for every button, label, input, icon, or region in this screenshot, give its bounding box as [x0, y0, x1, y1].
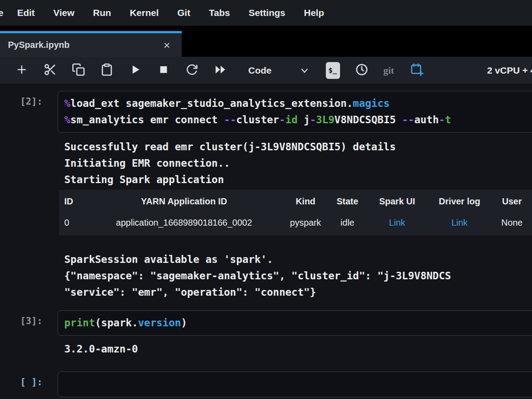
clipboard-icon [100, 63, 113, 78]
output-line: SparkSession available as 'spark'. [64, 251, 532, 268]
output-line: {"namespace": "sagemaker-analytics", "cl… [64, 268, 532, 284]
menu-item-git[interactable]: Git [168, 8, 200, 18]
code-line: print(spark.version) [64, 315, 532, 331]
stop-kernel-button[interactable] [157, 63, 170, 78]
kernel-instance-button[interactable]: 2 vCPU + 4 [487, 65, 532, 76]
col-header-state: State [328, 190, 367, 209]
stop-icon [157, 63, 170, 78]
tab-title: PySpark.ipynb [8, 40, 160, 50]
copy-icon [72, 63, 85, 78]
output-line: "service": "emr", "operation": "connect"… [64, 284, 532, 301]
col-header-yarn-application-id: YARN Application ID [85, 190, 283, 209]
menu-item-edit[interactable]: Edit [8, 8, 44, 18]
clock-icon [355, 63, 368, 78]
run-cell-button[interactable] [129, 63, 142, 78]
cell-kind: pyspark [283, 209, 328, 235]
scissors-icon [43, 63, 57, 78]
col-header-user: User [492, 190, 532, 209]
cell-3-prompt: [3]: [0, 310, 58, 336]
cell-state: idle [328, 209, 367, 235]
cell-3-output: 3.2.0-amzn-0 [58, 336, 532, 357]
cell-user: None [492, 209, 532, 235]
cell-3-editor[interactable]: print(spark.version) [58, 310, 532, 336]
col-header-driver-log: Driver log [427, 190, 492, 209]
notebook-toolbar: Code $_ git 2 vCPU + 4 [0, 57, 532, 84]
add-cell-button[interactable] [15, 63, 28, 78]
menubar-divider [0, 26, 532, 31]
restart-icon [186, 63, 198, 78]
restart-run-all-button[interactable] [214, 63, 227, 78]
terminal-icon[interactable]: $_ [326, 62, 340, 79]
code-cell-3: [3]: print(spark.version) [0, 310, 532, 336]
chevron-down-icon [299, 65, 310, 76]
play-icon [129, 63, 141, 78]
col-header-id: ID [59, 190, 85, 209]
session-history-button[interactable] [355, 63, 368, 78]
notebook-panel: [2]: %load_ext sagemaker_studio_analytic… [0, 84, 532, 399]
driver-log-link[interactable]: Link [427, 209, 492, 235]
col-header-spark-ui: Spark UI [367, 190, 427, 209]
output-line: 3.2.0-amzn-0 [64, 341, 532, 357]
output-line: Successfully read emr cluster(j-3L9V8NDC… [64, 139, 532, 155]
menu-item-run[interactable]: Run [84, 8, 121, 18]
cell-2-prompt: [2]: [0, 91, 58, 133]
empty-cell-prompt: [ ]: [0, 372, 58, 397]
paste-cells-button[interactable] [100, 63, 113, 78]
git-icon[interactable]: git [383, 65, 394, 76]
menu-item-help[interactable]: Help [295, 8, 334, 18]
tab-pyspark-notebook[interactable]: PySpark.ipynb × [0, 31, 182, 57]
cell-yarn-application-id: application_1668989018166_0002 [85, 209, 283, 235]
close-icon[interactable]: × [160, 39, 174, 51]
cell-id: 0 [59, 209, 85, 235]
empty-code-cell: [ ]: [0, 372, 532, 397]
menu-item-file-partial[interactable]: e [0, 8, 8, 18]
copy-cells-button[interactable] [72, 63, 85, 78]
output-line: Starting Spark application [64, 172, 532, 188]
cell-2-editor[interactable]: %load_ext sagemaker_studio_analytics_ext… [58, 91, 532, 133]
table-row: 0 application_1668989018166_0002 pyspark… [59, 209, 532, 235]
empty-cell-editor[interactable] [58, 372, 532, 397]
restart-kernel-button[interactable] [185, 63, 199, 78]
jupyterlab-app: e Edit View Run Kernel Git Tabs Settings… [0, 0, 532, 399]
output-line: Initiating EMR connection.. [64, 155, 532, 172]
plus-icon [16, 63, 28, 78]
menu-item-settings[interactable]: Settings [239, 8, 295, 18]
code-line: %sm_analytics emr connect --cluster-id j… [64, 112, 532, 128]
code-cell-2: [2]: %load_ext sagemaker_studio_analytic… [0, 91, 532, 133]
menu-bar: e Edit View Run Kernel Git Tabs Settings… [0, 0, 532, 26]
create-schedule-button[interactable] [410, 63, 423, 78]
col-header-kind: Kind [283, 190, 328, 209]
cell-type-label: Code [248, 65, 272, 76]
fast-forward-icon [214, 63, 227, 78]
cell-type-dropdown[interactable]: Code [248, 65, 326, 76]
spark-ui-link[interactable]: Link [367, 209, 427, 235]
menu-item-tabs[interactable]: Tabs [200, 8, 239, 18]
table-header-row: ID YARN Application ID Kind State Spark … [59, 190, 532, 209]
menu-item-kernel[interactable]: Kernel [121, 8, 168, 18]
cut-cells-button[interactable] [43, 63, 57, 78]
tab-bar: PySpark.ipynb × [0, 31, 532, 57]
cell-2-output-session: SparkSession available as 'spark'. {"nam… [58, 245, 532, 301]
cell-2-output-stream: Successfully read emr cluster(j-3L9V8NDC… [58, 133, 532, 188]
code-line: %load_ext sagemaker_studio_analytics_ext… [64, 95, 532, 112]
calendar-plus-icon [410, 63, 424, 78]
menu-item-view[interactable]: View [44, 8, 83, 18]
spark-application-table: ID YARN Application ID Kind State Spark … [59, 190, 532, 235]
